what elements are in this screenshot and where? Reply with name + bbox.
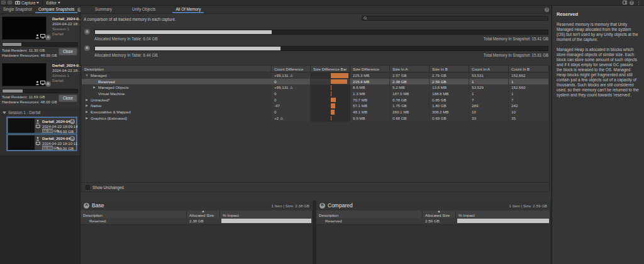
kebab-menu-icon[interactable]: ⋮ (636, 1, 641, 5)
column-description[interactable]: Description (80, 210, 187, 218)
snapshot-datetime: 2024-04-22 18:09:14 (42, 124, 78, 129)
row-description: Managed (91, 72, 107, 79)
view-help-icon[interactable]: ? (545, 8, 549, 12)
column-impact[interactable]: % Impact (220, 210, 313, 218)
column-size-difference-bar[interactable]: Size Difference Bar (311, 66, 350, 72)
search-input[interactable] (362, 16, 548, 21)
expander-icon[interactable]: ▶ (84, 103, 89, 109)
snapshot-meta: Darfall_2024-0… 2024-04-22 18:… Session … (52, 63, 80, 83)
column-allocated-size[interactable]: Allocated Size (423, 210, 456, 218)
count-in-a-value: 33 (469, 115, 509, 122)
sidebar-tabbar: Single Snapshot Compare Snapshots ? (0, 6, 80, 14)
snapshot-a-badge: A (70, 119, 75, 124)
size-difference-bar (331, 98, 336, 103)
snapshot-list-item-a[interactable]: Darfall_2024-04… A 2024-04-22 18:09:14 1… (7, 117, 77, 134)
total-memory-label: Total Memory In Snapshot: 15.81 GB (484, 53, 548, 57)
base-panel: A Base 1 Item | Size: 2.38 GB Descriptio… (80, 200, 313, 264)
toolbar-divider (42, 1, 43, 5)
column-count-in-b[interactable]: Count In B (509, 66, 549, 72)
session-group-header[interactable]: Session 1 - Darfall (3, 110, 80, 115)
compared-panel: B Compared 1 Item | Size: 2.59 GB Descri… (316, 200, 550, 264)
table-row[interactable]: Reserved 2.38 GB (80, 218, 313, 224)
count-difference-value: 0 (274, 110, 276, 114)
details-panel: Reserved Reserved memory is memory that … (552, 6, 644, 264)
size-in-a-value: 2.38 GB (390, 79, 430, 85)
close-snapshot-button[interactable]: Close (58, 48, 77, 55)
count-difference-value: 0 (274, 79, 276, 84)
allocated-size-value: 2.59 GB (423, 218, 456, 224)
resident-memory-bar (2, 42, 78, 47)
snapshot-list-item-b[interactable]: Darfall_2024-04… B 2024-04-22 18:10:11 1… (7, 134, 77, 151)
table-row[interactable]: ▶ Graphics (Estimated) +2⚠ 9.9 MB 0.68 G… (82, 115, 549, 122)
size-in-a-value: 0.68 GB (390, 115, 430, 122)
table-row[interactable]: ▶ Managed Objects +99,131⚠ 8.6 MB 5.2 MB… (82, 84, 549, 91)
memory-comparison-table: Description Count Difference Size Differ… (81, 65, 550, 192)
row-description: Virtual Machine (98, 91, 125, 97)
resident-memory-bar (2, 89, 78, 93)
snapshot-b-badge: B (84, 45, 90, 51)
collapse-icon (3, 112, 6, 114)
table-row[interactable]: ▶ Untracked* 0⚠ 70.7 MB 0.78 GB 0.85 GB … (82, 97, 549, 103)
column-size-in-a[interactable]: Size In A (390, 66, 430, 72)
close-snapshot-button[interactable]: Close (58, 95, 77, 102)
snapshot-card-a[interactable]: A Darfall_2024-0… 2024-04-22 18:… Sessio… (1, 15, 79, 60)
layout-icon[interactable] (8, 1, 12, 4)
snapshot-thumbnail (2, 16, 47, 40)
size-in-b-value: 188.8 MB (430, 91, 469, 97)
details-title: Reserved (557, 11, 640, 17)
column-impact[interactable]: % Impact (456, 210, 550, 218)
player-icon (36, 137, 40, 141)
size-in-a-value: 187.5 MB (390, 91, 430, 97)
window-icon[interactable] (1, 1, 6, 4)
table-row[interactable]: ▼ Managed +99,131⚠ 225.3 MB 2.57 GB 2.79… (82, 72, 549, 79)
table-row[interactable]: Virtual Machine 0⚠ 1.3 MB 187.5 MB 188.8… (82, 91, 549, 97)
size-difference-value: 9.9 MB (350, 115, 390, 122)
compared-panel-summary: 1 Item | Size: 2.59 GB (509, 204, 547, 208)
hardware-resources-stat: Hardware Resources: 48.00 GB (2, 53, 57, 57)
count-difference-value: -47 (274, 103, 280, 108)
show-unchanged-checkbox[interactable] (86, 185, 90, 190)
panel-empty-area (316, 224, 550, 264)
tab-all-of-memory[interactable]: All Of Memory (172, 6, 204, 13)
column-description[interactable]: Description (316, 210, 423, 218)
column-size-in-b[interactable]: Size In B (430, 66, 469, 72)
snapshot-card-b[interactable]: B Darfall_2024-0… 2024-04-22 18:… Sessio… (1, 62, 79, 107)
help-icon[interactable]: ? (630, 1, 634, 5)
capture-button[interactable]: Capture (14, 1, 40, 5)
column-description[interactable]: Description (82, 66, 272, 72)
table-footer: Show Unchanged (82, 182, 549, 192)
column-count-difference[interactable]: Count Difference (272, 66, 311, 72)
column-count-in-a[interactable]: Count In A (469, 66, 509, 72)
expander-icon[interactable]: ▶ (84, 109, 89, 115)
size-in-b-value: 1.80 GB (430, 103, 469, 109)
count-difference-value: +99,131 (274, 85, 289, 89)
expander-icon[interactable]: ▼ (84, 72, 89, 79)
resident-size: 11.30GB (42, 129, 59, 133)
table-row[interactable]: Reserved 0⚠ 215.4 MB 2.38 GB 2.59 GB 1 1 (82, 79, 549, 85)
table-row[interactable]: ▶ Executables & Mapped 0⚠ 48.1 MB 260.1 … (82, 109, 549, 115)
count-in-b-value: 152,662 (509, 72, 549, 79)
details-panel-toggle-icon[interactable] (623, 1, 627, 4)
memory-table-body: ▼ Managed +99,131⚠ 225.3 MB 2.57 GB 2.79… (82, 72, 549, 122)
tab-summary[interactable]: Summary (92, 6, 115, 13)
snapshot-b-summary: B Allocated Memory In Table: 6.44 GB Tot… (80, 45, 551, 62)
column-size-difference[interactable]: Size Difference (350, 66, 390, 72)
tab-unity-objects[interactable]: Unity Objects (129, 6, 158, 13)
snapshot-a-badge: A (45, 35, 51, 40)
allocated-memory-label: Allocated Memory In Table: 6.04 GB (94, 37, 158, 41)
expander-icon[interactable]: ▶ (84, 115, 89, 122)
expander-icon[interactable]: ▶ (92, 84, 97, 91)
capture-label: Capture (21, 1, 35, 5)
size-in-b-value: 13.8 MB (430, 84, 469, 91)
table-row[interactable]: ▶ Native -47⚠ 57.1 MB 1.75 GB 1.80 GB 28… (82, 103, 549, 109)
hardware-size: 48.00 GB (57, 129, 74, 134)
platform-icons (36, 120, 40, 129)
expander-icon[interactable]: ▶ (84, 97, 89, 103)
tab-single-snapshot[interactable]: Single Snapshot (0, 6, 35, 13)
count-warning-icon: ⚠ (280, 117, 283, 120)
tab-compare-snapshots[interactable]: Compare Snapshots (35, 6, 77, 13)
column-allocated-size[interactable]: Allocated Size (187, 210, 220, 218)
target-selector[interactable]: Editor (45, 1, 61, 5)
table-row[interactable]: Reserved 2.59 GB (316, 218, 550, 224)
snapshot-thumbnail (8, 118, 35, 133)
